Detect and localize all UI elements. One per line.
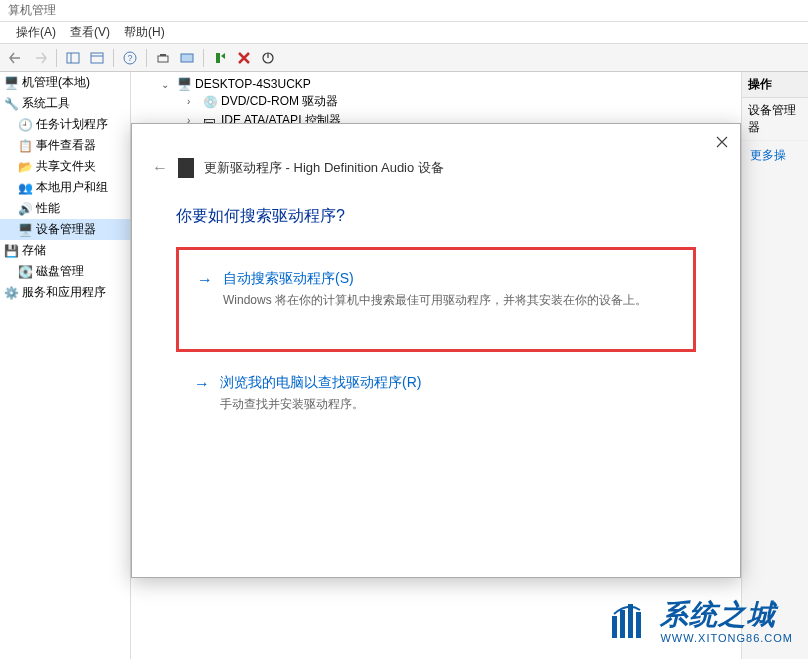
event-icon: 📋 [18, 139, 32, 153]
clock-icon: 🕘 [18, 118, 32, 132]
watermark-cn: 系统之城 [660, 596, 793, 634]
disable-button[interactable] [258, 48, 278, 68]
close-icon [716, 136, 728, 148]
option-browse-computer[interactable]: → 浏览我的电脑以查找驱动程序(R) 手动查找并安装驱动程序。 [176, 362, 696, 425]
actions-more-link[interactable]: 更多操 [742, 141, 808, 170]
tree-label: 任务计划程序 [36, 116, 108, 133]
tree-system-tools[interactable]: 🔧 系统工具 [0, 93, 130, 114]
window-title: 算机管理 [0, 0, 808, 22]
tree-label: 存储 [22, 242, 46, 259]
separator [113, 49, 114, 67]
help-button[interactable]: ? [120, 48, 140, 68]
actions-sub: 设备管理器 [742, 98, 808, 141]
option-title: 自动搜索驱动程序(S) [223, 270, 647, 288]
watermark-icon [606, 598, 650, 642]
separator [56, 49, 57, 67]
nav-back-button[interactable] [6, 48, 26, 68]
option-desc: Windows 将在你的计算机中搜索最佳可用驱动程序，并将其安装在你的设备上。 [223, 292, 647, 309]
navigation-tree: 🖥️ 机管理(本地) 🔧 系统工具 🕘 任务计划程序 📋 事件查看器 📂 共享文… [0, 72, 131, 659]
speaker-icon [178, 158, 194, 178]
option-title: 浏览我的电脑以查找驱动程序(R) [220, 374, 421, 392]
computer-icon: 🖥️ [4, 76, 18, 90]
scan-hardware-button[interactable] [153, 48, 173, 68]
tree-label: 机管理(本地) [22, 74, 90, 91]
properties-button[interactable] [87, 48, 107, 68]
tree-root[interactable]: 🖥️ 机管理(本地) [0, 72, 130, 93]
expand-icon[interactable]: › [187, 96, 199, 107]
disk-icon: 💽 [18, 265, 32, 279]
tree-local-users[interactable]: 👥 本地用户和组 [0, 177, 130, 198]
menu-help[interactable]: 帮助(H) [124, 24, 165, 41]
update-driver-dialog: ← 更新驱动程序 - High Definition Audio 设备 你要如何… [131, 123, 741, 578]
device-label: DESKTOP-4S3UCKP [195, 77, 311, 91]
svg-rect-12 [620, 610, 625, 638]
close-button[interactable] [714, 134, 730, 150]
services-icon: ⚙️ [4, 286, 18, 300]
device-icon: 🖥️ [18, 223, 32, 237]
option-desc: 手动查找并安装驱动程序。 [220, 396, 421, 413]
separator [146, 49, 147, 67]
dvd-icon: 💿 [203, 95, 217, 109]
svg-text:?: ? [127, 53, 132, 63]
svg-rect-9 [216, 53, 220, 63]
tree-label: 系统工具 [22, 95, 70, 112]
tree-storage[interactable]: 💾 存储 [0, 240, 130, 261]
view-devices-button[interactable] [177, 48, 197, 68]
actions-header: 操作 [742, 72, 808, 98]
svg-rect-14 [636, 612, 641, 638]
dialog-question: 你要如何搜索驱动程序? [132, 188, 740, 247]
uninstall-button[interactable] [234, 48, 254, 68]
svg-rect-13 [628, 604, 633, 638]
watermark-logo: 系统之城 WWW.XITONG86.COM [606, 596, 793, 644]
svg-rect-0 [67, 53, 79, 63]
tools-icon: 🔧 [4, 97, 18, 111]
collapse-icon[interactable]: ⌄ [161, 79, 173, 90]
actions-panel: 操作 设备管理器 更多操 [741, 72, 808, 659]
arrow-right-icon: → [197, 270, 213, 289]
separator [203, 49, 204, 67]
svg-rect-8 [181, 54, 193, 62]
users-icon: 👥 [18, 181, 32, 195]
svg-rect-6 [158, 56, 168, 62]
back-button[interactable]: ← [152, 159, 168, 177]
device-dvd[interactable]: › 💿 DVD/CD-ROM 驱动器 [135, 92, 737, 111]
tree-shared-folders[interactable]: 📂 共享文件夹 [0, 156, 130, 177]
arrow-right-icon: → [194, 374, 210, 393]
tree-services[interactable]: ⚙️ 服务和应用程序 [0, 282, 130, 303]
dialog-title: 更新驱动程序 - High Definition Audio 设备 [204, 159, 444, 177]
show-tree-button[interactable] [63, 48, 83, 68]
tree-disk-mgmt[interactable]: 💽 磁盘管理 [0, 261, 130, 282]
menu-bar: 操作(A) 查看(V) 帮助(H) [0, 22, 808, 44]
tree-label: 设备管理器 [36, 221, 96, 238]
watermark-en: WWW.XITONG86.COM [660, 632, 793, 644]
tree-label: 服务和应用程序 [22, 284, 106, 301]
svg-rect-7 [160, 54, 166, 56]
menu-action[interactable]: 操作(A) [16, 24, 56, 41]
pc-icon: 🖥️ [177, 77, 191, 91]
svg-rect-2 [91, 53, 103, 63]
option-auto-search[interactable]: → 自动搜索驱动程序(S) Windows 将在你的计算机中搜索最佳可用驱动程序… [176, 247, 696, 352]
tree-label: 磁盘管理 [36, 263, 84, 280]
update-driver-button[interactable] [210, 48, 230, 68]
tree-event-viewer[interactable]: 📋 事件查看器 [0, 135, 130, 156]
tree-label: 共享文件夹 [36, 158, 96, 175]
tree-performance[interactable]: 🔊 性能 [0, 198, 130, 219]
perf-icon: 🔊 [18, 202, 32, 216]
device-computer[interactable]: ⌄ 🖥️ DESKTOP-4S3UCKP [135, 76, 737, 92]
tree-task-scheduler[interactable]: 🕘 任务计划程序 [0, 114, 130, 135]
svg-rect-11 [612, 616, 617, 638]
dialog-header: ← 更新驱动程序 - High Definition Audio 设备 [132, 124, 740, 188]
menu-view[interactable]: 查看(V) [70, 24, 110, 41]
nav-forward-button[interactable] [30, 48, 50, 68]
tree-device-manager[interactable]: 🖥️ 设备管理器 [0, 219, 130, 240]
toolbar: ? [0, 44, 808, 72]
folder-share-icon: 📂 [18, 160, 32, 174]
watermark-text: 系统之城 WWW.XITONG86.COM [660, 596, 793, 644]
tree-label: 性能 [36, 200, 60, 217]
storage-icon: 💾 [4, 244, 18, 258]
device-label: DVD/CD-ROM 驱动器 [221, 93, 338, 110]
tree-label: 事件查看器 [36, 137, 96, 154]
tree-label: 本地用户和组 [36, 179, 108, 196]
